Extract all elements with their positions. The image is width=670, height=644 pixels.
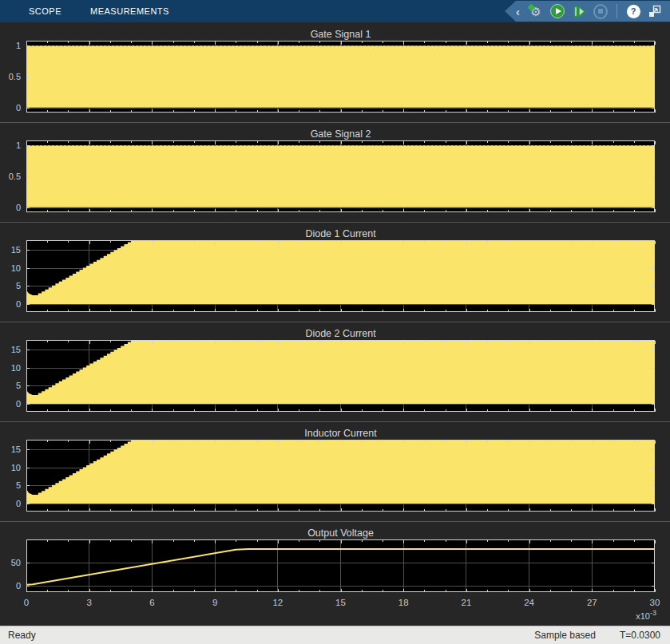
stop-icon [598, 9, 603, 14]
help-icon: ? [627, 5, 640, 18]
status-bar: Ready Sample based T=0.0300 [0, 626, 670, 644]
svg-text:1: 1 [16, 140, 21, 150]
svg-text:27: 27 [587, 598, 597, 607]
diode-2-current-plot[interactable]: 051015 [0, 340, 670, 421]
svg-text:15: 15 [11, 444, 21, 454]
svg-text:5: 5 [16, 480, 21, 490]
tab-measurements[interactable]: MEASUREMENTS [76, 0, 184, 22]
plot-title: Gate Signal 2 [26, 123, 655, 140]
svg-text:x10-3: x10-3 [636, 609, 656, 621]
svg-text:5: 5 [16, 281, 21, 290]
run-button[interactable] [550, 4, 565, 18]
gate-signal-1-plot[interactable]: 00.51 [0, 41, 670, 122]
svg-text:0: 0 [16, 103, 21, 113]
svg-text:0: 0 [16, 499, 21, 508]
svg-text:0.5: 0.5 [9, 72, 21, 81]
svg-text:1: 1 [16, 41, 21, 50]
svg-text:50: 50 [11, 558, 21, 567]
svg-text:0: 0 [24, 598, 29, 607]
status-sim-time: T=0.0300 [620, 630, 660, 641]
status-sample-mode: Sample based [534, 630, 596, 641]
play-icon [556, 8, 561, 14]
svg-text:0.5: 0.5 [9, 172, 21, 181]
svg-text:10: 10 [11, 463, 21, 472]
svg-text:9: 9 [212, 598, 217, 607]
gate-signal-2-plot[interactable]: 00.51 [0, 140, 670, 222]
plot-title: Gate Signal 1 [26, 23, 655, 41]
collapse-chevron-icon[interactable]: ‹ [516, 6, 520, 18]
svg-text:12: 12 [272, 598, 283, 607]
svg-text:15: 15 [11, 245, 21, 255]
svg-text:0: 0 [16, 299, 21, 309]
svg-text:0: 0 [16, 203, 21, 212]
status-message: Ready [8, 630, 36, 641]
svg-text:30: 30 [650, 598, 660, 607]
svg-text:5: 5 [16, 381, 21, 390]
tab-scope[interactable]: SCOPE [14, 0, 76, 22]
svg-text:21: 21 [462, 598, 472, 607]
subplot-inductor-current: Inductor Current 051015 [0, 421, 670, 521]
svg-text:18: 18 [398, 598, 409, 607]
plot-title: Diode 1 Current [26, 223, 655, 240]
diode-1-current-plot[interactable]: 051015 [0, 240, 670, 322]
dock-button[interactable] [648, 4, 662, 18]
svg-text:15: 15 [11, 345, 21, 354]
toolstrip: SCOPE MEASUREMENTS ‹ ⚙ ? [0, 0, 670, 22]
plot-title: Output Voltage [26, 522, 655, 539]
svg-text:10: 10 [11, 363, 21, 373]
subplot-diode-2-current: Diode 2 Current 051015 [0, 322, 670, 421]
step-forward-icon [573, 5, 586, 18]
svg-text:10: 10 [11, 263, 21, 273]
scope-settings-icon[interactable]: ⚙ [529, 4, 543, 18]
subplot-diode-1-current: Diode 1 Current 051015 [0, 222, 670, 322]
dock-icon [648, 5, 661, 18]
svg-text:15: 15 [335, 598, 346, 607]
help-button[interactable]: ? [626, 4, 640, 18]
subplot-gate-signal-1: Gate Signal 1 00.51 [0, 22, 670, 122]
plot-title: Diode 2 Current [26, 322, 655, 340]
svg-text:0: 0 [16, 581, 21, 591]
inductor-current-plot[interactable]: 051015 [0, 440, 670, 521]
svg-text:24: 24 [524, 598, 534, 607]
svg-text:0: 0 [16, 399, 21, 409]
toolbar-separator [616, 4, 617, 18]
stop-button[interactable] [593, 4, 608, 18]
svg-text:6: 6 [149, 598, 154, 607]
output-voltage-plot[interactable]: 050036912151821242730x10-3 [0, 539, 670, 626]
svg-text:3: 3 [86, 598, 91, 607]
quick-access-toolbar: ‹ ⚙ ? [505, 1, 670, 22]
subplot-output-voltage: Output Voltage 050036912151821242730x10-… [0, 521, 670, 626]
step-forward-button[interactable] [572, 4, 586, 18]
plot-title: Inductor Current [26, 422, 655, 440]
subplot-gate-signal-2: Gate Signal 2 00.51 [0, 122, 670, 222]
